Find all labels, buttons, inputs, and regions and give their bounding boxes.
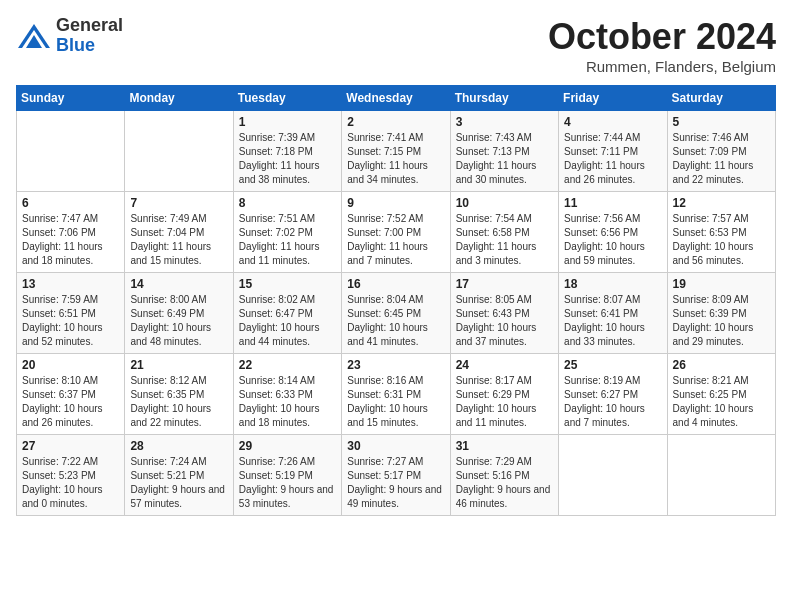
weekday-header: Saturday [667,86,775,111]
calendar-cell: 14Sunrise: 8:00 AM Sunset: 6:49 PM Dayli… [125,273,233,354]
day-number: 18 [564,277,661,291]
day-info: Sunrise: 7:24 AM Sunset: 5:21 PM Dayligh… [130,455,227,511]
day-number: 29 [239,439,336,453]
day-info: Sunrise: 8:02 AM Sunset: 6:47 PM Dayligh… [239,293,336,349]
calendar-week-row: 6Sunrise: 7:47 AM Sunset: 7:06 PM Daylig… [17,192,776,273]
day-number: 11 [564,196,661,210]
calendar-cell: 11Sunrise: 7:56 AM Sunset: 6:56 PM Dayli… [559,192,667,273]
calendar-cell: 3Sunrise: 7:43 AM Sunset: 7:13 PM Daylig… [450,111,558,192]
calendar-cell: 24Sunrise: 8:17 AM Sunset: 6:29 PM Dayli… [450,354,558,435]
page-header: General Blue October 2024 Rummen, Flande… [16,16,776,75]
calendar-cell: 30Sunrise: 7:27 AM Sunset: 5:17 PM Dayli… [342,435,450,516]
calendar-week-row: 1Sunrise: 7:39 AM Sunset: 7:18 PM Daylig… [17,111,776,192]
day-number: 13 [22,277,119,291]
day-number: 4 [564,115,661,129]
calendar-week-row: 27Sunrise: 7:22 AM Sunset: 5:23 PM Dayli… [17,435,776,516]
day-info: Sunrise: 7:26 AM Sunset: 5:19 PM Dayligh… [239,455,336,511]
weekday-header: Sunday [17,86,125,111]
day-info: Sunrise: 7:49 AM Sunset: 7:04 PM Dayligh… [130,212,227,268]
calendar-week-row: 20Sunrise: 8:10 AM Sunset: 6:37 PM Dayli… [17,354,776,435]
calendar-cell: 6Sunrise: 7:47 AM Sunset: 7:06 PM Daylig… [17,192,125,273]
calendar-cell: 4Sunrise: 7:44 AM Sunset: 7:11 PM Daylig… [559,111,667,192]
day-number: 27 [22,439,119,453]
day-number: 12 [673,196,770,210]
calendar-cell: 29Sunrise: 7:26 AM Sunset: 5:19 PM Dayli… [233,435,341,516]
title-block: October 2024 Rummen, Flanders, Belgium [548,16,776,75]
calendar-cell: 12Sunrise: 7:57 AM Sunset: 6:53 PM Dayli… [667,192,775,273]
calendar-cell [559,435,667,516]
day-info: Sunrise: 8:09 AM Sunset: 6:39 PM Dayligh… [673,293,770,349]
calendar-cell: 15Sunrise: 8:02 AM Sunset: 6:47 PM Dayli… [233,273,341,354]
day-info: Sunrise: 8:21 AM Sunset: 6:25 PM Dayligh… [673,374,770,430]
day-number: 8 [239,196,336,210]
weekday-header: Friday [559,86,667,111]
weekday-header: Monday [125,86,233,111]
day-info: Sunrise: 8:14 AM Sunset: 6:33 PM Dayligh… [239,374,336,430]
day-info: Sunrise: 7:51 AM Sunset: 7:02 PM Dayligh… [239,212,336,268]
calendar-cell: 17Sunrise: 8:05 AM Sunset: 6:43 PM Dayli… [450,273,558,354]
day-info: Sunrise: 7:52 AM Sunset: 7:00 PM Dayligh… [347,212,444,268]
calendar-cell: 13Sunrise: 7:59 AM Sunset: 6:51 PM Dayli… [17,273,125,354]
day-number: 19 [673,277,770,291]
day-info: Sunrise: 8:00 AM Sunset: 6:49 PM Dayligh… [130,293,227,349]
day-number: 3 [456,115,553,129]
calendar-cell: 20Sunrise: 8:10 AM Sunset: 6:37 PM Dayli… [17,354,125,435]
calendar-header: SundayMondayTuesdayWednesdayThursdayFrid… [17,86,776,111]
calendar-cell: 1Sunrise: 7:39 AM Sunset: 7:18 PM Daylig… [233,111,341,192]
calendar-cell [17,111,125,192]
day-info: Sunrise: 7:29 AM Sunset: 5:16 PM Dayligh… [456,455,553,511]
day-number: 5 [673,115,770,129]
calendar-cell: 31Sunrise: 7:29 AM Sunset: 5:16 PM Dayli… [450,435,558,516]
day-number: 7 [130,196,227,210]
day-number: 25 [564,358,661,372]
day-info: Sunrise: 8:05 AM Sunset: 6:43 PM Dayligh… [456,293,553,349]
day-number: 17 [456,277,553,291]
calendar-cell [125,111,233,192]
day-info: Sunrise: 8:12 AM Sunset: 6:35 PM Dayligh… [130,374,227,430]
day-number: 21 [130,358,227,372]
day-info: Sunrise: 8:04 AM Sunset: 6:45 PM Dayligh… [347,293,444,349]
calendar-week-row: 13Sunrise: 7:59 AM Sunset: 6:51 PM Dayli… [17,273,776,354]
calendar-cell: 27Sunrise: 7:22 AM Sunset: 5:23 PM Dayli… [17,435,125,516]
calendar-cell [667,435,775,516]
day-number: 31 [456,439,553,453]
calendar-cell: 28Sunrise: 7:24 AM Sunset: 5:21 PM Dayli… [125,435,233,516]
day-info: Sunrise: 7:44 AM Sunset: 7:11 PM Dayligh… [564,131,661,187]
day-info: Sunrise: 7:56 AM Sunset: 6:56 PM Dayligh… [564,212,661,268]
day-info: Sunrise: 8:19 AM Sunset: 6:27 PM Dayligh… [564,374,661,430]
day-number: 24 [456,358,553,372]
logo: General Blue [16,16,123,56]
day-info: Sunrise: 7:39 AM Sunset: 7:18 PM Dayligh… [239,131,336,187]
day-number: 22 [239,358,336,372]
calendar-cell: 23Sunrise: 8:16 AM Sunset: 6:31 PM Dayli… [342,354,450,435]
calendar-cell: 2Sunrise: 7:41 AM Sunset: 7:15 PM Daylig… [342,111,450,192]
day-info: Sunrise: 7:54 AM Sunset: 6:58 PM Dayligh… [456,212,553,268]
calendar-table: SundayMondayTuesdayWednesdayThursdayFrid… [16,85,776,516]
calendar-cell: 22Sunrise: 8:14 AM Sunset: 6:33 PM Dayli… [233,354,341,435]
day-info: Sunrise: 8:16 AM Sunset: 6:31 PM Dayligh… [347,374,444,430]
weekday-header: Tuesday [233,86,341,111]
calendar-cell: 5Sunrise: 7:46 AM Sunset: 7:09 PM Daylig… [667,111,775,192]
day-number: 9 [347,196,444,210]
logo-blue-text: Blue [56,36,123,56]
day-number: 6 [22,196,119,210]
day-info: Sunrise: 7:41 AM Sunset: 7:15 PM Dayligh… [347,131,444,187]
day-number: 30 [347,439,444,453]
calendar-cell: 18Sunrise: 8:07 AM Sunset: 6:41 PM Dayli… [559,273,667,354]
day-info: Sunrise: 7:47 AM Sunset: 7:06 PM Dayligh… [22,212,119,268]
calendar-cell: 10Sunrise: 7:54 AM Sunset: 6:58 PM Dayli… [450,192,558,273]
calendar-cell: 8Sunrise: 7:51 AM Sunset: 7:02 PM Daylig… [233,192,341,273]
day-number: 16 [347,277,444,291]
weekday-header: Wednesday [342,86,450,111]
calendar-cell: 26Sunrise: 8:21 AM Sunset: 6:25 PM Dayli… [667,354,775,435]
day-number: 10 [456,196,553,210]
day-info: Sunrise: 7:57 AM Sunset: 6:53 PM Dayligh… [673,212,770,268]
day-info: Sunrise: 7:46 AM Sunset: 7:09 PM Dayligh… [673,131,770,187]
day-info: Sunrise: 8:10 AM Sunset: 6:37 PM Dayligh… [22,374,119,430]
logo-general-text: General [56,16,123,36]
calendar-cell: 16Sunrise: 8:04 AM Sunset: 6:45 PM Dayli… [342,273,450,354]
location-text: Rummen, Flanders, Belgium [548,58,776,75]
logo-icon [16,22,52,50]
calendar-cell: 9Sunrise: 7:52 AM Sunset: 7:00 PM Daylig… [342,192,450,273]
day-number: 14 [130,277,227,291]
